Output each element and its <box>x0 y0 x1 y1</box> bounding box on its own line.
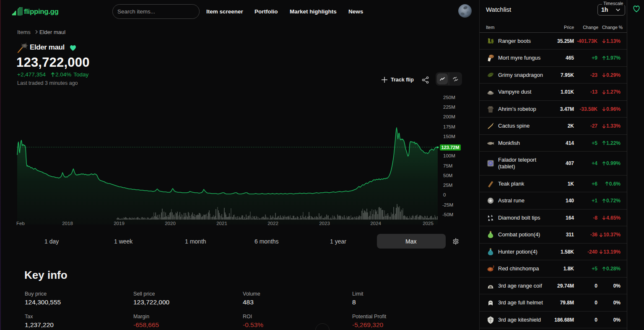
svg-text:200M: 200M <box>443 114 455 119</box>
svg-text:Feb: Feb <box>16 221 25 226</box>
svg-text:2024: 2024 <box>370 221 381 226</box>
svg-text:225M: 225M <box>443 105 455 110</box>
svg-text:25M: 25M <box>443 183 452 188</box>
svg-text:2020: 2020 <box>165 221 176 226</box>
svg-text:-50M: -50M <box>442 212 453 217</box>
svg-text:50M: 50M <box>443 173 452 178</box>
svg-text:2021: 2021 <box>216 221 227 226</box>
svg-text:2018: 2018 <box>62 221 73 226</box>
svg-text:150M: 150M <box>443 134 455 139</box>
svg-text:2023: 2023 <box>319 221 330 226</box>
svg-text:2022: 2022 <box>267 221 278 226</box>
svg-text:123.72M: 123.72M <box>441 145 460 150</box>
svg-text:75M: 75M <box>443 163 452 168</box>
svg-text:2025: 2025 <box>423 221 434 226</box>
svg-text:2019: 2019 <box>114 221 125 226</box>
svg-text:100M: 100M <box>443 153 455 158</box>
svg-text:-25M: -25M <box>442 202 453 207</box>
svg-text:0: 0 <box>443 192 446 197</box>
svg-text:175M: 175M <box>443 124 455 129</box>
svg-text:250M: 250M <box>443 95 455 100</box>
